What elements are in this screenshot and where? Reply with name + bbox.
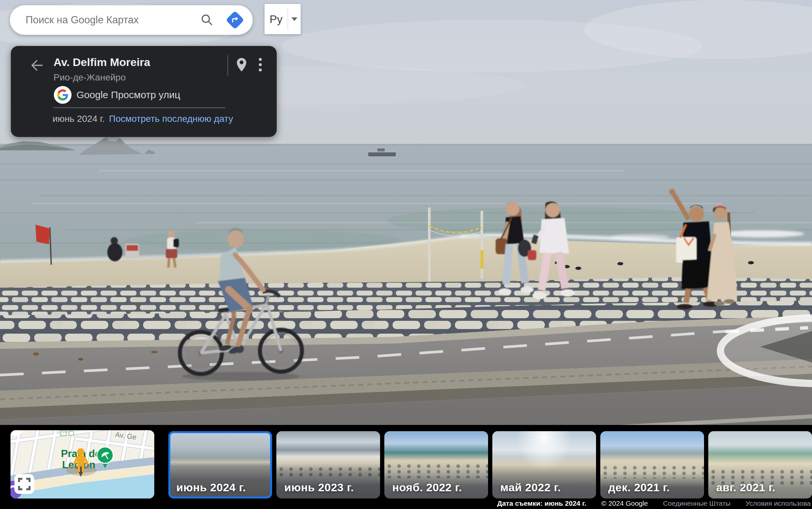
timeline-thumbnail[interactable]: июнь 2024 г.	[169, 431, 272, 499]
search-button[interactable]	[197, 11, 216, 29]
see-latest-date-link[interactable]: Посмотреть последнюю дату	[109, 114, 233, 124]
terms-link[interactable]: Условия использова	[746, 500, 811, 507]
more-options-button[interactable]	[253, 56, 267, 74]
capture-date: июнь 2024 г.	[52, 114, 105, 124]
map-pin-icon	[236, 58, 247, 73]
attribution-copyright: © 2024 Google	[601, 500, 648, 507]
directions-icon	[226, 11, 245, 30]
provider-label: Google Просмотр улиц	[76, 89, 180, 100]
timeline-thumbnails: июнь 2024 г. июнь 2023 г. нояб. 2022 г. …	[169, 431, 812, 499]
timeline-thumbnail[interactable]: авг. 2021 г.	[708, 431, 812, 499]
thumbnail-date-label: авг. 2021 г.	[716, 481, 776, 494]
attribution-capture-date: Дата съемки: июнь 2024 г.	[497, 500, 587, 507]
search-icon	[200, 13, 214, 28]
attribution-region: Соединенные Штаты	[663, 500, 731, 507]
google-logo	[54, 86, 72, 104]
timeline-thumbnail[interactable]: май 2022 г.	[492, 431, 596, 499]
show-on-map-button[interactable]	[233, 56, 250, 74]
minimap[interactable]: Av. Ge Praia do Leblon	[10, 430, 154, 499]
thumbnail-date-label: дек. 2021 г.	[608, 481, 670, 494]
search-input[interactable]	[25, 14, 188, 26]
thumbnail-date-label: июнь 2023 г.	[284, 481, 354, 494]
thumbnail-date-label: июнь 2024 г.	[176, 481, 246, 494]
language-dropdown-button[interactable]	[288, 4, 301, 34]
page-title: Av. Delfim Moreira	[53, 56, 150, 69]
street-view-app: Ру Av. Delfim Moreira Рио-де-Жанейро	[0, 0, 812, 509]
chevron-down-icon	[291, 18, 297, 21]
directions-button[interactable]	[226, 11, 244, 29]
attribution: Дата съемки: июнь 2024 г. © 2024 Google …	[497, 500, 811, 507]
fullscreen-button[interactable]	[14, 474, 34, 494]
divider	[53, 107, 225, 108]
back-button[interactable]	[28, 57, 45, 74]
location-subtitle: Рио-де-Жанейро	[53, 72, 126, 83]
divider	[227, 55, 228, 75]
location-panel: Av. Delfim Moreira Рио-де-Жанейро	[11, 46, 277, 137]
arrow-left-icon	[29, 58, 44, 74]
timeline-thumbnail[interactable]: нояб. 2022 г.	[384, 431, 488, 499]
timeline-thumbnail[interactable]: июнь 2023 г.	[276, 431, 380, 499]
language-switcher[interactable]: Ру	[264, 4, 301, 34]
timeline-thumbnail[interactable]: дек. 2021 г.	[600, 431, 704, 499]
timeline-bar: Av. Ge Praia do Leblon	[0, 425, 812, 509]
thumbnail-date-label: нояб. 2022 г.	[392, 481, 462, 494]
search-bar[interactable]	[10, 5, 253, 35]
language-label: Ру	[264, 13, 288, 26]
kebab-icon	[258, 57, 262, 74]
thumbnail-date-label: май 2022 г.	[500, 481, 561, 494]
